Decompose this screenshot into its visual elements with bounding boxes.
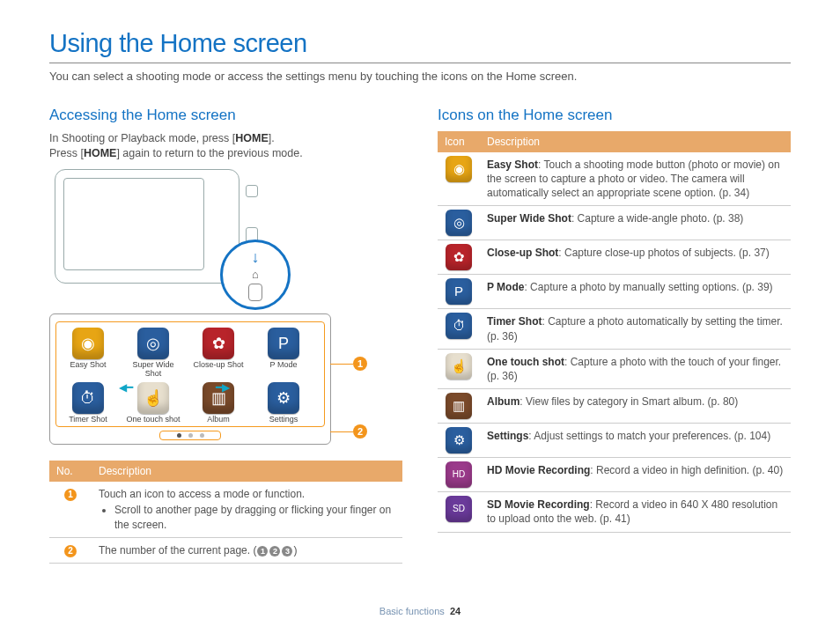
callout-1: 1 [330,357,367,371]
mode-icon: P [446,278,472,305]
left-column: Accessing the Home screen In Shooting or… [49,106,402,564]
access-text: In Shooting or Playback mode, press [HOM… [49,131,402,161]
footer-section: Basic functions [379,606,445,616]
physical-home-button [248,284,262,301]
home-screen-mock: ◉Easy Shot◎Super Wide Shot✿Close-up Shot… [49,313,331,445]
mode-desc: : View files by category in Smart album.… [519,395,738,408]
table-row: ✿Close-up Shot: Capture close-up photos … [438,240,791,275]
page-footer: Basic functions 24 [0,605,840,618]
table-row: ⚙Settings: Adjust settings to match your… [438,424,791,458]
mode-name: Timer Shot [487,315,542,328]
home-key-2: HOME [84,147,117,159]
mode-name: One touch shot [487,356,564,368]
callout-num: 2 [353,424,367,439]
mode-icon: ⏱ [446,313,472,339]
app-icon: ◎ [137,328,169,359]
mode-desc: : Adjust settings to match your preferen… [528,430,770,442]
icon-description: One touch shot: Capture a photo with the… [480,349,791,388]
mode-desc: : Capture close-up photos of subjects. (… [558,247,769,259]
th-no: No. [49,461,92,482]
icon-description: Easy Shot: Touch a shooting mode button … [480,152,791,206]
bullet: Scroll to another page by dragging or fl… [114,503,395,531]
icon-description: Super Wide Shot: Capture a wide-angle ph… [480,206,791,240]
table-row: SDSD Movie Recording: Record a video in … [438,492,791,532]
mode-name: Album [487,395,519,408]
row-desc: Touch an icon to access a mode or functi… [92,482,402,537]
app-item: ◎Super Wide Shot [125,328,181,379]
app-icon: ◉ [72,328,104,359]
row-desc: The number of the current page. (123) [92,537,402,563]
table-row: ⏱Timer Shot: Capture a photo automatical… [438,309,791,349]
table-row: ◉Easy Shot: Touch a shooting mode button… [438,152,791,206]
mode-icon: ▥ [446,393,472,419]
section-heading-icons: Icons on the Home screen [438,106,791,126]
app-label: Settings [255,416,312,424]
callout-table: No.Description 1 Touch an icon to access… [49,461,402,564]
camera-diagram: ↓ ⌂ [55,169,266,301]
t: ]. [269,132,275,144]
th-icon: Icon [438,131,480,152]
mode-desc: : Capture a photo by manually setting op… [524,281,772,293]
camera-screen [63,178,204,270]
t: ] again to return to the previous mode. [116,147,302,159]
mode-name: HD Movie Recording [487,464,590,476]
table-row: ☝One touch shot: Capture a photo with th… [438,349,791,388]
app-label: Close-up Shot [190,361,247,370]
mode-icon: ◉ [446,156,472,182]
page-title: Using the Home screen [49,26,791,61]
app-label: P Mode [255,361,312,370]
mode-icon: ◎ [446,210,472,236]
th-desc: Description [92,461,402,482]
t: The number of the current page. ( [99,544,256,557]
home-button-callout: ↓ ⌂ [220,240,291,310]
callout-num: 1 [353,357,367,371]
callout-2: 2 [330,424,367,439]
t: Touch an icon to access a mode or functi… [99,488,305,500]
row-num-icon: 2 [64,545,77,557]
app-item: ✿Close-up Shot [190,328,247,379]
app-item: ◉Easy Shot [60,328,116,379]
app-label: Timer Shot [60,416,116,424]
home-icon: ⌂ [252,267,259,283]
app-icon: ✿ [203,328,234,359]
app-label: One touch shot [125,416,181,424]
app-item: ☝One touch shot [125,382,181,424]
table-row: 2 The number of the current page. (123) [49,537,402,563]
mode-name: Super Wide Shot [487,212,571,225]
app-item: PP Mode [255,328,312,379]
mode-name: Close-up Shot [487,247,558,259]
app-grid: ◉Easy Shot◎Super Wide Shot✿Close-up Shot… [55,321,325,427]
app-item: ⏱Timer Shot [60,382,116,424]
icon-description: Close-up Shot: Capture close-up photos o… [480,240,791,275]
mode-icon: ✿ [446,244,472,270]
app-icon: ⏱ [72,382,104,414]
page-dot-icon: 3 [282,546,292,557]
app-label: Super Wide Shot [125,361,181,379]
icon-description: SD Movie Recording: Record a video in 64… [480,492,791,532]
app-icon: ⚙ [268,382,299,414]
icon-description: HD Movie Recording: Record a video in hi… [480,458,791,492]
icon-description: Settings: Adjust settings to match your … [480,424,791,458]
mode-icon: ☝ [446,353,472,380]
title-rule [49,63,791,63]
t: Press [ [49,147,84,159]
page-indicator [159,431,221,440]
mode-desc: : Record a video in high definition. (p.… [590,464,783,476]
table-row: ▥Album: View files by category in Smart … [438,389,791,424]
right-column: Icons on the Home screen IconDescription… [438,106,791,564]
icons-table: IconDescription ◉Easy Shot: Touch a shoo… [438,131,791,533]
table-row: HDHD Movie Recording: Record a video in … [438,458,791,492]
table-row: ◎Super Wide Shot: Capture a wide-angle p… [438,206,791,240]
page-dot-icon: 2 [269,546,280,557]
app-icon: ☝ [137,382,169,414]
t: ) [293,544,297,557]
app-item: ⚙Settings [255,382,312,424]
section-heading-access: Accessing the Home screen [49,106,402,126]
swipe-arrow-icon: ◀━ [119,380,133,394]
arrow-down-icon: ↓ [252,249,260,265]
page-dot-icon: 1 [257,546,268,557]
t: In Shooting or Playback mode, press [ [49,132,235,144]
home-key-1: HOME [235,132,269,144]
row-num-icon: 1 [64,489,77,501]
swipe-arrow-icon: ━▶ [216,380,230,394]
